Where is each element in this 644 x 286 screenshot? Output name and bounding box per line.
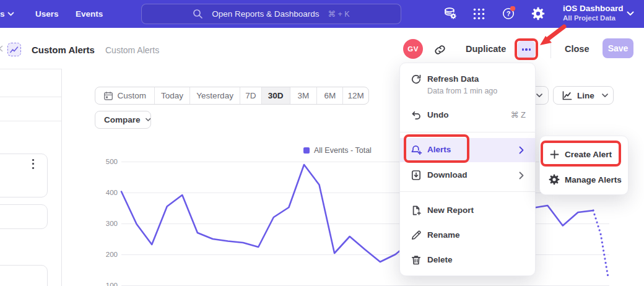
- delete-trash-icon: [411, 254, 422, 266]
- undo-shortcut: ⌘ Z: [501, 110, 526, 119]
- submenu-item-create-alert[interactable]: Create Alert: [565, 149, 612, 160]
- menu-item-undo[interactable]: Undo: [427, 110, 449, 121]
- alerts-submenu: Create Alert Manage Alerts: [539, 136, 629, 195]
- chevron-down-icon: [7, 12, 14, 17]
- y-axis-label: 500: [90, 157, 118, 167]
- chevron-down-icon: [627, 11, 634, 17]
- sidebar-divider: [0, 121, 61, 121]
- chart-type-button[interactable]: Line: [553, 86, 614, 105]
- alert-bell-icon: [411, 144, 422, 156]
- chevron-down-icon: [146, 118, 150, 122]
- help-icon[interactable]: ?: [502, 6, 516, 21]
- compare-label: Compare: [104, 115, 141, 124]
- copy-link-icon[interactable]: [434, 44, 446, 56]
- nav-item-partial[interactable]: s: [0, 0, 5, 28]
- range-3m[interactable]: 3M: [290, 87, 317, 104]
- gridline: [121, 193, 609, 193]
- report-header: [0, 28, 644, 68]
- sidebar-card[interactable]: [0, 265, 48, 286]
- refresh-icon: [411, 74, 422, 85]
- download-icon: [411, 170, 422, 181]
- more-options-button[interactable]: [518, 41, 535, 58]
- data-management-icon[interactable]: [443, 7, 457, 20]
- refresh-data-subtext: Data from 1 min ago: [427, 86, 497, 96]
- chevron-down-icon: [536, 93, 542, 98]
- range-label: Custom: [118, 91, 147, 100]
- svg-text:?: ?: [507, 10, 511, 17]
- legend-label: All Events - Total: [314, 146, 372, 155]
- y-axis-label: 400: [90, 188, 118, 197]
- collapsed-chevron-icon[interactable]: [0, 45, 3, 52]
- date-range-control: Custom Today Yesterday 7D 30D 3M 6M 12M: [95, 87, 369, 105]
- menu-item-rename[interactable]: Rename: [427, 230, 460, 241]
- report-icon: [7, 43, 21, 56]
- range-label: 6M: [324, 91, 336, 100]
- range-label: 30D: [268, 91, 284, 100]
- menu-item-new-report[interactable]: New Report: [427, 205, 474, 216]
- breadcrumb: Custom Alerts: [105, 32, 159, 63]
- avatar-initials: GV: [407, 45, 419, 53]
- menu-item-download[interactable]: Download: [427, 170, 468, 181]
- manage-gear-icon: [549, 174, 560, 185]
- save-label: Save: [608, 43, 629, 53]
- project-scope: All Project Data: [563, 14, 616, 22]
- menu-item-delete[interactable]: Delete: [427, 254, 453, 266]
- submenu-item-manage-alerts[interactable]: Manage Alerts: [565, 175, 622, 186]
- settings-gear-icon[interactable]: [531, 7, 545, 20]
- range-12m[interactable]: 12M: [342, 87, 368, 104]
- sidebar-card[interactable]: [0, 204, 48, 229]
- nav-item-events[interactable]: Events: [76, 0, 103, 28]
- rename-pencil-icon: [411, 230, 422, 241]
- calendar-icon: [103, 91, 113, 101]
- legend-swatch: [303, 147, 310, 154]
- range-custom[interactable]: Custom: [95, 87, 154, 104]
- plus-icon: [550, 150, 559, 159]
- y-axis-label: 300: [90, 219, 118, 228]
- menu-item-refresh-data[interactable]: Refresh Data: [427, 74, 479, 85]
- search-icon: [193, 9, 203, 19]
- range-yesterday[interactable]: Yesterday: [189, 87, 240, 104]
- gridline: [121, 254, 609, 255]
- project-name[interactable]: iOS Dashboard: [563, 4, 624, 13]
- page-title: Custom Alerts: [32, 32, 95, 63]
- search-shortcut: ⌘ + K: [328, 9, 350, 19]
- sidebar-card[interactable]: [0, 154, 48, 197]
- save-button[interactable]: Save: [603, 38, 633, 58]
- forecast-dotted-line: [593, 210, 608, 277]
- range-7d[interactable]: 7D: [240, 87, 261, 104]
- y-axis-label: 100: [90, 280, 118, 286]
- nav-item-users[interactable]: Users: [35, 0, 59, 28]
- avatar[interactable]: GV: [403, 39, 423, 59]
- chevron-right-icon: [519, 146, 524, 154]
- range-label: 7D: [245, 91, 256, 100]
- search-input[interactable]: Open Reports & Dashboards ⌘ + K: [141, 4, 401, 24]
- range-today[interactable]: Today: [154, 87, 190, 104]
- range-30d[interactable]: 30D: [261, 87, 290, 104]
- menu-item-alerts[interactable]: Alerts: [400, 138, 535, 162]
- chart-type-label: Line: [577, 91, 594, 100]
- range-label: 3M: [298, 91, 310, 100]
- range-label: Yesterday: [196, 91, 233, 100]
- gridline: [121, 223, 609, 224]
- chevron-down-icon: [602, 93, 608, 98]
- chevron-right-icon: [519, 171, 524, 180]
- gridline: [121, 162, 609, 162]
- compare-button[interactable]: Compare: [95, 111, 151, 129]
- search-placeholder: Open Reports & Dashboards: [212, 9, 319, 19]
- apps-grid-icon[interactable]: [472, 7, 485, 20]
- sidebar-divider: [0, 97, 61, 97]
- range-label: Today: [161, 91, 183, 100]
- y-axis-label: 200: [90, 249, 118, 259]
- menu-divider: [400, 191, 535, 192]
- new-report-icon: [411, 205, 422, 216]
- alerts-label: Alerts: [427, 144, 451, 155]
- kebab-menu-icon[interactable]: [28, 159, 37, 169]
- sidebar-vertical-divider: [61, 69, 62, 286]
- undo-icon: [411, 110, 422, 121]
- range-6m[interactable]: 6M: [316, 87, 342, 104]
- sidebar-divider: [0, 69, 61, 69]
- range-label: 12M: [347, 91, 363, 100]
- header-divider: [550, 40, 551, 58]
- close-button[interactable]: Close: [565, 44, 590, 54]
- duplicate-button[interactable]: Duplicate: [466, 44, 506, 54]
